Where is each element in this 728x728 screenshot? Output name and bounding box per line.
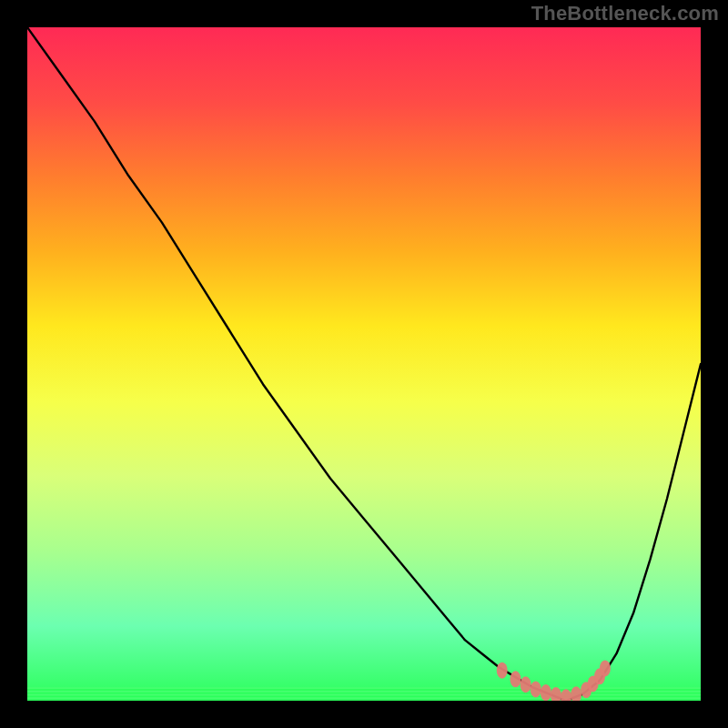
svg-rect-2 bbox=[27, 687, 701, 689]
svg-rect-4 bbox=[27, 694, 701, 696]
chart-frame: TheBottleneck.com bbox=[0, 0, 728, 728]
svg-point-17 bbox=[600, 660, 611, 676]
svg-point-9 bbox=[531, 681, 541, 697]
svg-point-8 bbox=[521, 676, 531, 693]
svg-point-6 bbox=[497, 662, 508, 679]
watermark-text: TheBottleneck.com bbox=[531, 2, 719, 25]
chart-svg bbox=[27, 27, 701, 701]
plot-area bbox=[27, 27, 701, 701]
svg-point-10 bbox=[541, 684, 551, 701]
svg-rect-5 bbox=[27, 697, 701, 699]
svg-rect-3 bbox=[27, 691, 701, 693]
svg-rect-0 bbox=[27, 27, 701, 701]
svg-point-7 bbox=[511, 671, 521, 687]
